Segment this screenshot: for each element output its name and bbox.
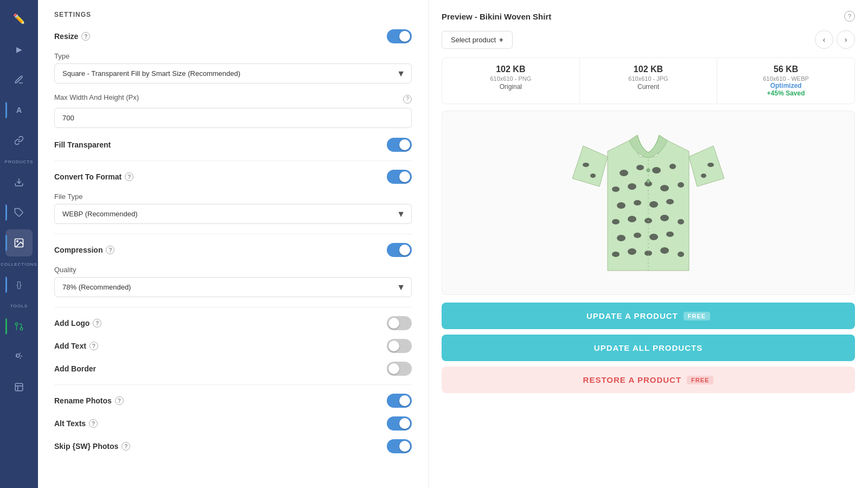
alt-texts-toggle[interactable] [387, 416, 412, 431]
quality-select[interactable]: 78% (Recommended) 60% 90% 100% [54, 277, 412, 297]
convert-format-row: Convert To Format ? [54, 170, 412, 184]
skip-sw-label: Skip {SW} Photos ? [54, 442, 130, 451]
optimized-size: 56 KB [724, 65, 848, 74]
add-text-label: Add Text ? [54, 342, 98, 350]
convert-format-toggle[interactable] [387, 170, 412, 184]
svg-point-32 [612, 252, 620, 257]
sidebar-item-edit[interactable]: ✏️ [5, 5, 33, 33]
rename-photos-help-icon[interactable]: ? [115, 396, 124, 405]
sidebar-item-collections[interactable]: {} [5, 271, 33, 298]
type-select-wrapper: Square - Transparent Fill by Smart Size … [54, 63, 412, 84]
saved-badge: +45% Saved [724, 89, 848, 97]
svg-point-12 [652, 167, 661, 174]
svg-point-29 [634, 233, 641, 238]
skip-sw-help-icon[interactable]: ? [122, 442, 130, 451]
add-border-toggle[interactable] [387, 362, 412, 376]
current-label: Current [586, 83, 711, 91]
sidebar-item-tag[interactable] [5, 199, 33, 226]
sidebar-item-image[interactable] [5, 229, 33, 256]
settings-title: SETTINGS [54, 11, 412, 18]
restore-label: RESTORE A PRODUCT [583, 375, 681, 384]
svg-point-20 [634, 200, 641, 206]
max-width-help-icon[interactable]: ? [403, 95, 412, 104]
divider-1 [54, 160, 412, 161]
sidebar-item-template[interactable] [5, 374, 33, 401]
quality-select-wrapper: 78% (Recommended) 60% 90% 100% ▼ [54, 277, 412, 297]
resize-help-icon[interactable]: ? [81, 32, 90, 41]
max-width-block: Max Width And Height (Px) ? 700 [54, 93, 412, 128]
svg-point-21 [649, 201, 658, 208]
preview-help-icon[interactable]: ? [844, 11, 855, 22]
restore-free-badge: FREE [687, 376, 713, 384]
type-label: Type [54, 52, 412, 60]
skip-sw-row: Skip {SW} Photos ? [54, 439, 412, 453]
restore-product-button[interactable]: RESTORE A PRODUCT FREE [442, 367, 855, 393]
rename-photos-row: Rename Photos ? [54, 394, 412, 408]
svg-point-39 [707, 163, 714, 167]
update-product-button[interactable]: UPDATE A PRODUCT FREE [442, 303, 855, 329]
update-product-free-badge: FREE [684, 312, 710, 320]
download-icon [13, 176, 25, 188]
tag-icon [13, 207, 25, 219]
convert-format-help-icon[interactable]: ? [125, 172, 133, 181]
prev-button[interactable]: ‹ [815, 30, 833, 49]
rename-photos-toggle[interactable] [387, 394, 412, 408]
fill-transparent-toggle[interactable] [387, 138, 412, 152]
file-type-select[interactable]: WEBP (Recommended) PNG JPG [54, 204, 412, 224]
quality-label: Quality [54, 266, 412, 274]
svg-point-18 [678, 182, 684, 188]
sidebar-item-magic[interactable] [5, 343, 33, 370]
svg-point-42 [647, 169, 650, 172]
add-logo-label: Add Logo ? [54, 319, 101, 328]
svg-point-14 [612, 187, 620, 192]
resize-toggle[interactable] [387, 29, 412, 43]
max-width-input[interactable]: 700 [54, 108, 412, 128]
add-logo-toggle[interactable] [387, 316, 412, 330]
svg-point-11 [636, 165, 644, 170]
add-logo-help-icon[interactable]: ? [93, 319, 101, 328]
compression-toggle[interactable] [387, 243, 412, 257]
type-select[interactable]: Square - Transparent Fill by Smart Size … [54, 63, 412, 84]
svg-point-30 [649, 234, 658, 240]
preview-header: Preview - Bikini Woven Shirt ? [442, 11, 855, 22]
svg-point-13 [669, 164, 676, 169]
add-text-row: Add Text ? [54, 339, 412, 353]
add-text-toggle[interactable] [387, 339, 412, 353]
svg-point-17 [660, 185, 669, 191]
sidebar-item-next[interactable]: ▶ [5, 36, 33, 63]
svg-point-37 [583, 163, 589, 167]
file-stat-optimized: 56 KB 610x610 - WEBP Optimized +45% Save… [717, 58, 854, 104]
file-stat-current: 102 KB 610x610 - JPG Current [580, 58, 717, 104]
svg-point-31 [666, 232, 674, 237]
optimized-meta: 610x610 - WEBP [724, 75, 848, 82]
svg-point-26 [660, 215, 669, 221]
sidebar-item-pen[interactable] [5, 66, 33, 93]
svg-point-28 [617, 235, 626, 241]
plus-icon: + [499, 36, 503, 44]
update-product-label: UPDATE A PRODUCT [586, 311, 678, 320]
svg-point-38 [590, 174, 596, 178]
sidebar-item-link[interactable] [5, 127, 33, 154]
max-width-label: Max Width And Height (Px) [54, 93, 139, 101]
svg-rect-7 [15, 383, 23, 391]
select-product-bar: Select product + ‹ › [442, 30, 855, 49]
alt-texts-help-icon[interactable]: ? [89, 419, 98, 428]
sidebar-item-translate[interactable]: A [5, 97, 33, 124]
resize-label: Resize ? [54, 32, 90, 41]
tools-label: TOOLS [0, 301, 38, 310]
select-product-button[interactable]: Select product + [442, 31, 513, 49]
convert-format-label: Convert To Format ? [54, 172, 133, 181]
sidebar: ✏️ ▶ A PRODUCTS COLLECTIONS {} [0, 0, 38, 488]
add-text-help-icon[interactable]: ? [90, 342, 98, 350]
content-wrapper: SETTINGS Resize ? Type Square - Transpar… [38, 0, 868, 488]
next-button[interactable]: › [837, 30, 855, 49]
svg-point-23 [612, 219, 620, 224]
sidebar-item-tools-git[interactable] [5, 313, 33, 340]
skip-sw-toggle[interactable] [387, 439, 412, 453]
update-all-button[interactable]: UPDATE ALL PRODUCTS [442, 335, 855, 361]
svg-point-33 [628, 248, 636, 255]
svg-point-15 [628, 183, 636, 190]
svg-point-35 [660, 247, 669, 254]
compression-help-icon[interactable]: ? [106, 246, 114, 254]
sidebar-item-download[interactable] [5, 169, 33, 196]
